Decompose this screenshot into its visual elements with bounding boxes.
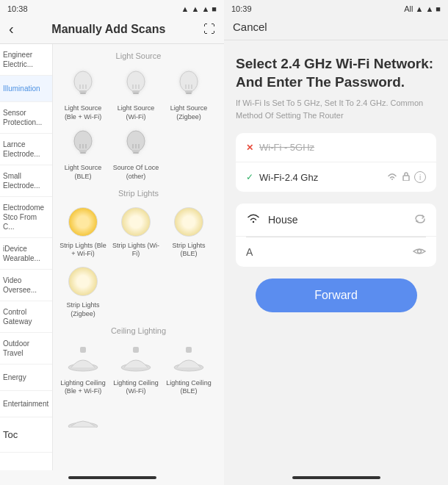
network-item-24ghz[interactable]: ✓ Wi-Fi-2.4 Ghz — [236, 162, 436, 192]
nav-bar-left: ‹ Manually Add Scans ⛶ — [0, 16, 224, 44]
ceiling-extra-grid — [53, 399, 224, 442]
sidebar-item-outdoor[interactable]: Outdoor Travel — [0, 333, 52, 364]
device-icon — [65, 66, 101, 103]
device-icon — [65, 341, 101, 378]
device-icon — [118, 341, 154, 378]
device-label: Lighting Ceiling (BLE) — [165, 379, 213, 396]
expand-button[interactable]: ⛶ — [203, 23, 215, 36]
cancel-button[interactable]: Cancel — [233, 21, 267, 33]
svg-rect-20 — [80, 152, 86, 154]
device-strip-ble-wifi[interactable]: Strip Lights (Ble + Wi-Fi) — [59, 204, 107, 259]
device-ceiling-ble[interactable]: Lighting Ceiling (BLE) — [165, 341, 213, 396]
svg-rect-8 — [133, 93, 139, 94]
device-light-zigbee[interactable]: Light Source (Zigbee) — [165, 66, 213, 121]
ssid-input-row — [236, 204, 436, 237]
info-icon[interactable]: i — [414, 171, 426, 183]
ssid-input[interactable] — [268, 214, 414, 226]
wifi-setup-subtitle: If Wi-Fi Is Set To 5 GHz, Set It To 2.4 … — [236, 97, 436, 121]
device-light-ble-wifi[interactable]: Light Source (Ble + Wi-Fi) — [59, 66, 107, 121]
device-ceiling-extra[interactable] — [59, 402, 107, 439]
time-right: 10:39 — [231, 4, 252, 13]
ceiling-lighting-grid: Lighting Ceiling (Ble + Wi-Fi) Lighting … — [53, 338, 224, 399]
network-check-icon: ✓ — [246, 172, 253, 182]
device-icon — [65, 402, 101, 439]
device-strip-zigbee[interactable]: Strip Lights (Zigbee) — [59, 263, 107, 318]
eye-icon[interactable] — [413, 246, 426, 258]
password-label: A — [246, 246, 253, 258]
device-light-wifi[interactable]: Light Source (Wi-Fi) — [112, 66, 160, 121]
svg-rect-37 — [403, 176, 409, 181]
device-label: Light Source (Ble + Wi-Fi) — [59, 104, 107, 121]
device-label: Lighting Ceiling (Wi-Fi) — [112, 379, 160, 396]
password-input-row: A — [236, 237, 436, 267]
svg-rect-14 — [186, 93, 192, 94]
device-label: Strip Lights (BLE) — [165, 242, 213, 259]
sidebar-item-toc[interactable]: Toc — [0, 417, 52, 453]
svg-rect-13 — [185, 90, 192, 93]
svg-rect-31 — [80, 347, 86, 353]
svg-rect-33 — [133, 347, 139, 353]
section-header-strip-lights: Strip Lights — [53, 184, 224, 201]
device-label: Light Source (Zigbee) — [165, 104, 213, 121]
wifi-network-list: ✕ Wi-Fi - 5GHz ✓ Wi-Fi-2.4 Ghz — [236, 133, 436, 192]
strip-lights-grid: Strip Lights (Ble + Wi-Fi) Strip Lights … — [53, 201, 224, 322]
sidebar-item-engineer[interactable]: Engineer Electric... — [0, 44, 52, 76]
wifi-setup-content: Select 2.4 GHz Wi-Fi Network: And Enter … — [224, 40, 448, 470]
light-source-grid: Light Source (Ble + Wi-Fi) Light — [53, 63, 224, 184]
sidebar-item-small-electrode[interactable]: Small Electrode... — [0, 165, 52, 197]
svg-rect-7 — [132, 90, 140, 93]
network-actions: i — [386, 171, 426, 183]
device-ceiling-wifi[interactable]: Lighting Ceiling (Wi-Fi) — [112, 341, 160, 396]
status-bar-left: 10:38 ▲ ▲ ▲ ■ — [0, 0, 224, 16]
device-icon — [118, 204, 154, 240]
category-sidebar: Engineer Electric... Illumination Sensor… — [0, 44, 53, 470]
right-panel: 10:39 All ▲ ▲ ■ Cancel Select 2.4 GHz Wi… — [224, 0, 448, 485]
main-content: Engineer Electric... Illumination Sensor… — [0, 44, 224, 470]
time-left: 10:38 — [7, 4, 28, 13]
status-bar-right: 10:39 All ▲ ▲ ■ — [224, 0, 448, 16]
back-button[interactable]: ‹ — [9, 21, 14, 37]
wifi-setup-title: Select 2.4 GHz Wi-Fi Network: And Enter … — [236, 55, 436, 91]
device-label: Light Source (Wi-Fi) — [112, 104, 160, 121]
password-input[interactable] — [259, 246, 413, 258]
device-ceiling-ble-wifi[interactable]: Lighting Ceiling (Ble + Wi-Fi) — [59, 341, 107, 396]
device-icon — [170, 66, 207, 103]
device-icon — [118, 66, 154, 103]
sidebar-item-energy[interactable]: Energy — [0, 364, 52, 391]
device-strip-wifi[interactable]: Strip Lights (Wi-Fi) — [112, 204, 160, 259]
refresh-icon[interactable] — [414, 213, 426, 227]
device-icon — [65, 126, 101, 162]
wifi-lock-icon — [402, 172, 410, 183]
sidebar-item-illumination[interactable]: Illumination — [0, 76, 52, 102]
device-label: Strip Lights (Zigbee) — [59, 301, 107, 318]
sidebar-item-video[interactable]: Video Oversee... — [0, 270, 52, 301]
svg-rect-25 — [132, 150, 140, 152]
device-label: Light Source (BLE) — [59, 164, 107, 181]
device-light-ble[interactable]: Light Source (BLE) — [59, 126, 107, 181]
device-label: Lighting Ceiling (Ble + Wi-Fi) — [59, 379, 107, 396]
sidebar-item-control[interactable]: Control Gateway — [0, 301, 52, 333]
sidebar-item-sensor[interactable]: Sensor Protection... — [0, 102, 52, 134]
wifi-input-icon — [246, 212, 261, 227]
svg-rect-35 — [186, 347, 192, 353]
section-header-ceiling: Ceiling Lighting — [53, 322, 224, 338]
wifi-input-section: A — [236, 204, 436, 267]
device-icon — [170, 341, 207, 378]
sidebar-item-electrodome[interactable]: Electrodome Stco From C... — [0, 197, 52, 238]
network-item-5ghz[interactable]: ✕ Wi-Fi - 5GHz — [236, 133, 436, 162]
device-icon — [65, 263, 101, 300]
wifi-signal-icon — [386, 172, 398, 183]
svg-point-38 — [418, 250, 422, 254]
home-indicator-left — [0, 470, 224, 485]
right-nav: Cancel — [224, 16, 448, 40]
sidebar-item-idevice[interactable]: iDevice Wearable... — [0, 238, 52, 270]
network-name-5ghz: Wi-Fi - 5GHz — [259, 142, 426, 153]
sidebar-item-large-electrode[interactable]: Larnce Electrode... — [0, 134, 52, 165]
device-light-other[interactable]: Source Of Loce (other) — [112, 126, 160, 181]
status-icons-left: ▲ ▲ ▲ ■ — [181, 4, 217, 13]
page-title: Manually Add Scans — [14, 23, 203, 36]
device-icon — [170, 204, 207, 240]
sidebar-item-entertainment[interactable]: Entertainment — [0, 391, 52, 417]
device-strip-ble[interactable]: Strip Lights (BLE) — [165, 204, 213, 259]
forward-button[interactable]: Forward — [256, 279, 417, 312]
